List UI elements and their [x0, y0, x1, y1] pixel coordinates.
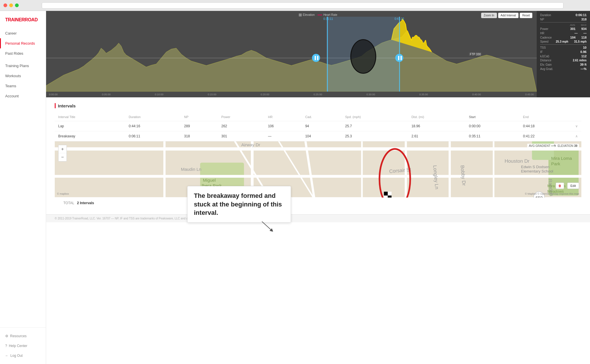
col-end: End [520, 113, 581, 121]
row1-np: 289 [181, 121, 218, 131]
sidebar-item-training-plans[interactable]: Training Plans [0, 61, 46, 71]
row2-cad: 104 [302, 131, 342, 141]
reset-button[interactable]: Reset [520, 13, 532, 18]
sidebar-item-log-out[interactable]: ← Log Out [0, 351, 46, 361]
chart-buttons: Zoom In Add Interval Reset [481, 13, 532, 18]
map-elevation-info: ELEVATION 39 [556, 144, 579, 148]
table-row: Lap 0:44:16 289 262 106 94 25.7 18.96 0:… [55, 121, 581, 131]
row1-dist: 18.96 [408, 121, 466, 131]
stats-divider-1 [540, 22, 587, 22]
avg-grad-row: Avg Grad. —% [540, 67, 587, 71]
col-start[interactable]: Start [466, 113, 520, 121]
intervals-section-title: Intervals [55, 103, 581, 108]
row1-duration: 0:44:16 [125, 121, 181, 131]
svg-text:659: 659 [536, 195, 543, 198]
main-content: Elevation Heart Rate Zoom In Add Interva… [46, 11, 590, 364]
tss-label: TSS [540, 46, 546, 49]
title-bar [0, 0, 590, 11]
tss-row: TSS 10 [540, 46, 587, 49]
add-interval-button[interactable]: Add Interval [498, 13, 519, 18]
axis-label-3: 0:15:00 [208, 93, 216, 96]
speed-values: 25.3 mph 31.5 mph [556, 40, 587, 43]
minimize-button[interactable] [9, 3, 13, 7]
hr-avg: — [574, 31, 578, 35]
axis-label-0: 0:00:00 [49, 93, 58, 96]
elevation-map-value: 39 [574, 144, 577, 147]
maximize-button[interactable] [15, 3, 19, 7]
svg-text:Airway Dr: Airway Dr [241, 142, 260, 147]
row1-spd: 25.7 [342, 121, 408, 131]
map-edit-button[interactable]: Edit [567, 183, 579, 189]
stats-divider-2 [540, 44, 587, 45]
chart-legend: Elevation Heart Rate [299, 13, 337, 16]
total-count: 2 Intervals [77, 201, 94, 205]
svg-text:Miguel: Miguel [203, 178, 216, 183]
axis-label-1: 0:05:00 [102, 93, 111, 96]
intervals-title-text: Intervals [58, 103, 76, 108]
power-max: 934 [581, 27, 587, 31]
traffic-lights [3, 3, 19, 7]
intervals-table: Interval Title Duration NP Power HR Cad.… [55, 113, 581, 141]
hr-label: HR [540, 32, 544, 35]
speed-row: Speed 25.3 mph 31.5 mph [540, 40, 587, 43]
power-values: 301 934 [570, 27, 587, 31]
table-row: Breakaway 0:06:11 318 301 — 104 25.3 2.6… [55, 131, 581, 141]
url-bar[interactable] [42, 2, 563, 9]
row1-expand-icon[interactable]: ∨ [575, 124, 578, 128]
hr-max: — [583, 31, 587, 35]
row1-end-value: 0:44:18 [523, 124, 535, 128]
heart-rate-legend: Heart Rate [317, 13, 337, 16]
sidebar-item-past-rides[interactable]: Past Rides [0, 48, 46, 58]
zoom-in-button[interactable]: Zoom In [481, 13, 497, 18]
kj-value: 112 [581, 54, 587, 58]
help-icon: ? [5, 344, 7, 348]
logo-trainer: TRAINER [5, 17, 25, 22]
svg-text:Park: Park [551, 161, 560, 166]
tooltip-text: The breakaway formed and stuck at the be… [194, 192, 282, 216]
row2-dist: 2.61 [408, 131, 466, 141]
sidebar-item-workouts[interactable]: Workouts [0, 71, 46, 81]
sidebar-item-personal-records[interactable]: Personal Records [0, 38, 46, 48]
distance-label: Distance [540, 59, 551, 62]
duration-row: Duration 0:06:11 [540, 13, 587, 17]
play-button-start[interactable]: ▐▐ [312, 54, 320, 62]
app-footer: © 2011-2019 TrainerRoad, LLC. Ver. 16707… [46, 214, 590, 222]
map-controls: + − [58, 145, 67, 162]
map-gradient-info: AVG GRADIENT —% [527, 144, 558, 148]
sidebar-item-teams[interactable]: Teams [0, 81, 46, 91]
sidebar-item-help-center[interactable]: ? Help Center [0, 341, 46, 351]
svg-text:Maudin Ln: Maudin Ln [181, 167, 201, 172]
col-np: NP [181, 113, 218, 121]
play-button-end[interactable]: ▐▐ [395, 54, 403, 62]
duration-value: 0:06:11 [576, 13, 587, 17]
row2-power: 301 [218, 131, 264, 141]
time-marker-end: 0:41:22 [394, 17, 404, 20]
hr-values: — — [574, 31, 587, 35]
kj-row: kJ(Cal) 112 [540, 54, 587, 58]
row1-hr: 106 [264, 121, 302, 131]
resources-icon: ⚙ [5, 334, 8, 338]
axis-label-7: 0:35:00 [419, 93, 428, 96]
close-button[interactable] [3, 3, 7, 7]
map-delete-button[interactable]: 🗑 [556, 183, 564, 189]
map-zoom-in-button[interactable]: + [58, 145, 67, 153]
row2-hr: — [264, 131, 302, 141]
cadence-row: Cadence 104 118 [540, 36, 587, 39]
map-container: Corsair St Longley Ln Bobby Dr Houston D… [55, 141, 581, 198]
heart-rate-legend-line [317, 15, 322, 15]
sidebar-item-career[interactable]: Career [0, 28, 46, 38]
np-row: NP 318 [540, 18, 587, 21]
elv-gain-row: Elv. Gain 39 ft [540, 63, 587, 66]
svg-line-6 [262, 221, 272, 231]
row1-power: 262 [218, 121, 264, 131]
map-zoom-out-button[interactable]: − [58, 153, 67, 161]
max-header: MAX [581, 24, 587, 26]
row2-collapse-icon[interactable]: ∧ [575, 134, 578, 138]
svg-rect-43 [384, 192, 388, 196]
row2-np: 318 [181, 131, 218, 141]
speed-avg: 25.3 mph [556, 40, 568, 43]
sidebar-item-account[interactable]: Account [0, 91, 46, 101]
if-row: IF 0.96 [540, 50, 587, 54]
sidebar-item-resources[interactable]: ⚙ Resources [0, 331, 46, 341]
chart-area: Elevation Heart Rate Zoom In Add Interva… [46, 11, 590, 97]
